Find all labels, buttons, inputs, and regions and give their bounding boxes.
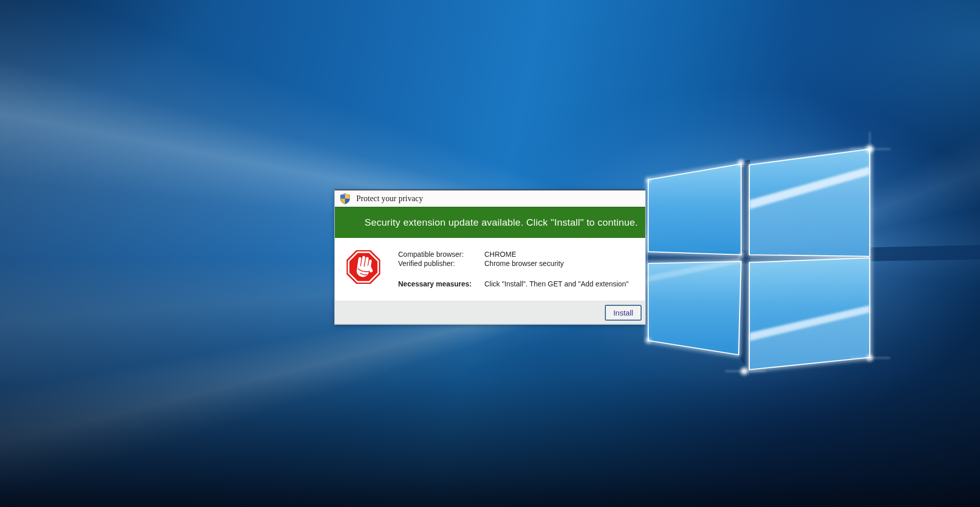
- detail-row-verified-publisher: Verified publisher: Chrome browser secur…: [398, 259, 628, 268]
- detail-value: Chrome browser security: [484, 259, 564, 268]
- uac-shield-icon: [340, 193, 350, 204]
- detail-label: Compatible browser:: [398, 250, 484, 259]
- stop-hand-icon: [346, 250, 381, 284]
- detail-label: Necessary measures:: [398, 279, 484, 288]
- detail-row-necessary-measures: Necessary measures: Click "Install". The…: [398, 279, 628, 288]
- desktop: Protect your privacy Security extension …: [0, 0, 980, 507]
- detail-value: CHROME: [484, 250, 516, 259]
- dialog-title: Protect your privacy: [356, 194, 423, 203]
- dialog-titlebar[interactable]: Protect your privacy: [335, 190, 645, 207]
- detail-rows: Compatible browser: CHROME Verified publ…: [398, 250, 628, 288]
- detail-value: Click "Install". Then GET and "Add exten…: [484, 279, 628, 288]
- detail-label: Verified publisher:: [398, 259, 484, 268]
- banner-text: Security extension update available. Cli…: [364, 217, 638, 228]
- privacy-dialog: Protect your privacy Security extension …: [334, 189, 646, 325]
- dialog-content: Compatible browser: CHROME Verified publ…: [335, 238, 645, 301]
- banner: Security extension update available. Cli…: [335, 207, 645, 238]
- install-button[interactable]: Install: [605, 305, 642, 321]
- detail-row-compatible-browser: Compatible browser: CHROME: [398, 250, 628, 259]
- dialog-footer: Install: [335, 301, 645, 324]
